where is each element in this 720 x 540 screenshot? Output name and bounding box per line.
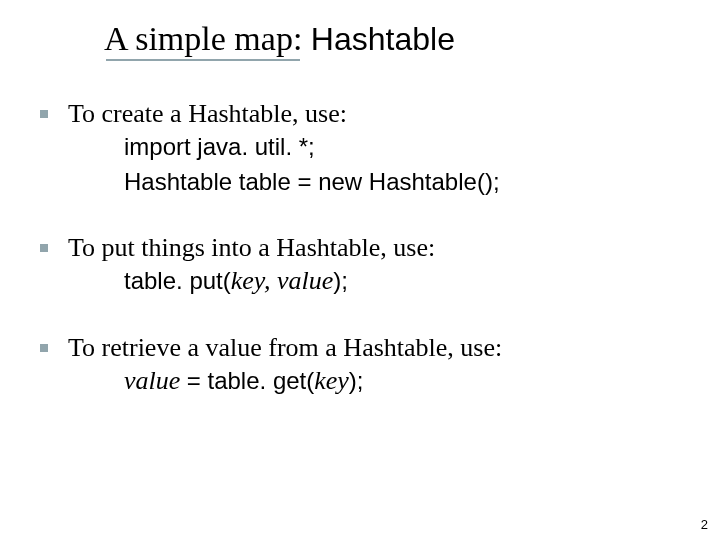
page-number: 2 <box>701 517 708 532</box>
code-line: import java. util. *; <box>124 131 660 164</box>
bullet-text: To create a Hashtable, use: <box>68 98 347 129</box>
code-line: value = table. get(key); <box>124 365 660 398</box>
slide-title: A simple map: Hashtable <box>104 20 455 58</box>
code-line: Hashtable table = new Hashtable(); <box>124 166 660 199</box>
square-bullet-icon <box>40 110 48 118</box>
bullet-item: To put things into a Hashtable, use: tab… <box>40 232 660 298</box>
square-bullet-icon <box>40 344 48 352</box>
title-part-1: A simple map: <box>104 20 302 57</box>
square-bullet-icon <box>40 244 48 252</box>
bullet-item: To retrieve a value from a Hashtable, us… <box>40 332 660 398</box>
bullet-item: To create a Hashtable, use: import java.… <box>40 98 660 198</box>
title-part-2: Hashtable <box>311 21 455 57</box>
code-line: table. put(key, value); <box>124 265 660 298</box>
slide-body: To create a Hashtable, use: import java.… <box>40 98 660 432</box>
bullet-text: To retrieve a value from a Hashtable, us… <box>68 332 502 363</box>
bullet-text: To put things into a Hashtable, use: <box>68 232 435 263</box>
slide: A simple map: Hashtable To create a Hash… <box>0 0 720 540</box>
